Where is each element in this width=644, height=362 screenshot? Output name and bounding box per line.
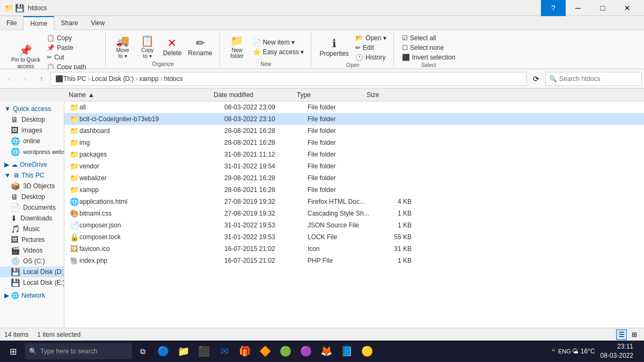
sidebar: ▼ Quick access 🖥 Desktop 🖼 images 🌐 onli… — [0, 101, 64, 328]
sidebar-item-documents[interactable]: 📄 Documents — [0, 202, 64, 213]
tab-share[interactable]: Share — [54, 16, 84, 29]
sidebar-item-3d[interactable]: 📦 3D Objects — [0, 181, 64, 191]
tray-keyboard[interactable]: ENG — [558, 345, 571, 358]
file-type: File folder — [308, 151, 377, 158]
search-input[interactable] — [559, 75, 638, 83]
app-yellow[interactable]: 🟡 — [357, 341, 377, 362]
sidebar-item-downloads[interactable]: ⬇ Downloads — [0, 213, 64, 224]
cut-button[interactable]: ✂ Cut — [44, 53, 101, 62]
file-explorer-app[interactable]: 📁 — [174, 341, 193, 362]
sidebar-item-videos[interactable]: 🎬 Videos — [0, 245, 64, 256]
tray-clock[interactable]: 23:11 08-03-2022 — [596, 342, 638, 360]
sidebar-item-online[interactable]: 🌐 online — [0, 136, 64, 146]
table-row[interactable]: 🌐 applications.html 27-08-2019 19:32 Fir… — [64, 196, 644, 208]
sidebar-item-wordpress[interactable]: 🌐 wordpress website i — [0, 146, 64, 157]
new-item-button[interactable]: 📄 New item ▾ — [250, 38, 307, 47]
taskbar-search[interactable]: 🔍 Type here to search — [25, 343, 132, 359]
mail-app[interactable]: ✉ — [215, 341, 234, 362]
sidebar-item-images[interactable]: 🖼 images — [0, 125, 64, 136]
status-bar: 14 items 1 item selected ☰ ⊞ — [0, 328, 644, 341]
sidebar-item-pictures[interactable]: 🖼 Pictures — [0, 234, 64, 245]
sidebar-item-localdiskd[interactable]: 💾 Local Disk (D:) — [0, 267, 64, 277]
pin-to-quickaccess-button[interactable]: 📌 Pin to Quickaccess — [9, 43, 43, 71]
table-row[interactable]: 🖼 favicon.ico 16-07-2015 21:02 Icon 31 K… — [64, 243, 644, 255]
move-to-button[interactable]: 🚚 Moveto ▾ — [111, 33, 135, 61]
onedrive-header[interactable]: ▶ ☁ OneDrive — [0, 159, 64, 170]
up-button[interactable]: ↑ — [34, 72, 48, 86]
sidebar-item-localdicke[interactable]: 💾 Local Disk (E:) — [0, 277, 64, 288]
select-all-button[interactable]: ☑ Select all — [399, 33, 458, 43]
table-row[interactable]: 📁 dashboard 28-08-2021 16:28 File folder — [64, 125, 644, 137]
sort-icon: ▲ — [88, 91, 94, 99]
col-header-size[interactable]: Size — [367, 91, 409, 99]
app-blue[interactable]: 📘 — [337, 341, 356, 362]
col-header-name[interactable]: Name ▲ — [69, 91, 214, 99]
maximize-button[interactable]: □ — [590, 0, 615, 16]
search-box: 🔍 — [545, 72, 642, 86]
task-view-button[interactable]: ⧉ — [133, 341, 152, 362]
delete-button[interactable]: ✕ Delete — [160, 33, 185, 61]
col-header-type[interactable]: Type — [297, 91, 367, 99]
file-icon: 🌐 — [69, 197, 79, 206]
file-name: vendor — [79, 162, 224, 170]
sidebar-item-osc[interactable]: 💿 OS (C:) — [0, 256, 64, 267]
file-icon: 📁 — [69, 174, 79, 182]
easy-access-button[interactable]: ⭐ Easy access ▾ — [250, 47, 307, 57]
app-orange[interactable]: 🔶 — [255, 341, 275, 362]
rename-button[interactable]: ✏ Rename — [185, 33, 215, 61]
tiles-view-button[interactable]: ⊞ — [629, 329, 640, 340]
table-row[interactable]: 📁 vendor 31-01-2022 19:54 File folder — [64, 160, 644, 172]
help-button[interactable]: ? — [541, 0, 566, 16]
col-header-date[interactable]: Date modified — [214, 91, 297, 99]
app-purple[interactable]: 🟣 — [296, 341, 316, 362]
table-row[interactable]: 🐘 index.php 16-07-2015 21:02 PHP File 1 … — [64, 255, 644, 267]
new-folder-button[interactable]: 📁 Newfolder — [225, 33, 249, 61]
table-row[interactable]: 📁 bcit-ci-CodeIgniter-b73eb19 08-03-2022… — [64, 113, 644, 125]
file-date: 08-03-2022 23:10 — [224, 115, 308, 123]
refresh-button[interactable]: ⟳ — [529, 72, 543, 86]
sidebar-item-music[interactable]: 🎵 Music — [0, 224, 64, 234]
properties-button[interactable]: ℹ Properties — [317, 34, 352, 62]
file-name: webalizer — [79, 174, 224, 182]
paste-button[interactable]: 📌 Paste — [44, 43, 101, 53]
tray-weather[interactable]: 🌤 16°C — [572, 348, 595, 355]
terminal-app[interactable]: ⬛ — [194, 341, 214, 362]
forward-button[interactable]: › — [18, 72, 32, 86]
file-date: 27-08-2019 19:32 — [224, 198, 308, 205]
sidebar-item-desktop-qa[interactable]: 🖥 Desktop — [0, 114, 64, 125]
copy-to-button[interactable]: 📋 Copyto ▾ — [136, 33, 159, 61]
copy-button[interactable]: 📋 Copy — [44, 33, 101, 43]
firefox-app[interactable]: 🦊 — [317, 341, 336, 362]
invert-selection-button[interactable]: ⬛ Invert selection — [399, 53, 458, 62]
address-path[interactable]: ⬛ This PC › Local Disk (D:) › xampp › ht… — [50, 72, 527, 86]
table-row[interactable]: 📁 webalizer 28-08-2021 16:28 File folder — [64, 172, 644, 184]
vscode-app[interactable]: 🔵 — [153, 341, 173, 362]
table-row[interactable]: 🔒 composer.lock 31-01-2022 19:53 LOCK Fi… — [64, 231, 644, 243]
app-green[interactable]: 🟢 — [276, 341, 295, 362]
quick-access-header[interactable]: ▼ Quick access — [0, 104, 64, 114]
tab-home[interactable]: Home — [23, 16, 54, 30]
back-button[interactable]: ‹ — [2, 72, 16, 86]
item-count: 14 items — [4, 331, 28, 338]
table-row[interactable]: 📁 all 08-03-2022 23:09 File folder — [64, 101, 644, 113]
tab-view[interactable]: View — [84, 16, 111, 29]
sidebar-item-desktop[interactable]: 🖥 Desktop — [0, 191, 64, 202]
edit-button[interactable]: ✏ Edit — [353, 43, 389, 53]
table-row[interactable]: 📁 xampp 28-08-2021 16:28 File folder — [64, 184, 644, 196]
history-button[interactable]: 🕐 History — [353, 53, 389, 62]
gift-app[interactable]: 🎁 — [235, 341, 254, 362]
details-view-button[interactable]: ☰ — [616, 329, 627, 340]
tab-file[interactable]: File — [0, 16, 23, 29]
select-none-button[interactable]: ☐ Select none — [399, 43, 458, 53]
open-button[interactable]: 📂 Open ▾ — [353, 33, 389, 43]
network-header[interactable]: ▶ 🌐 Network — [0, 290, 64, 301]
close-button[interactable]: ✕ — [615, 0, 640, 16]
start-button[interactable]: ⊞ — [2, 341, 24, 362]
thispc-header[interactable]: ▼ 🖥 This PC — [0, 170, 64, 181]
minimize-button[interactable]: ─ — [566, 0, 590, 16]
table-row[interactable]: 📄 composer.json 31-01-2022 19:53 JSON So… — [64, 219, 644, 231]
table-row[interactable]: 📁 img 28-08-2021 16:28 File folder — [64, 137, 644, 149]
tray-chevron[interactable]: ^ — [550, 348, 557, 354]
table-row[interactable]: 🎨 bitnami.css 27-08-2019 19:32 Cascading… — [64, 208, 644, 219]
table-row[interactable]: 📁 packages 31-08-2021 11:12 File folder — [64, 149, 644, 160]
